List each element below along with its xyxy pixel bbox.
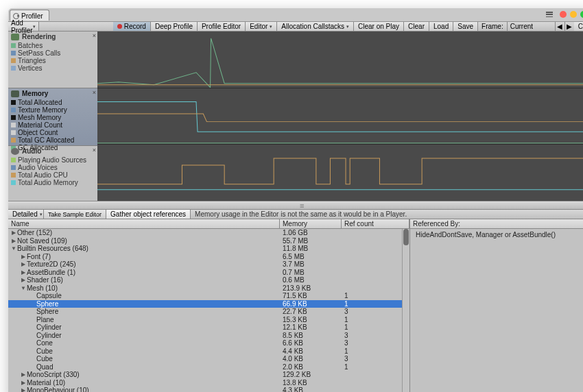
refpane-body: HideAndDontSave, Manager or AssetBundle(… <box>410 229 583 392</box>
close-icon[interactable] <box>560 11 567 18</box>
close-icon[interactable]: × <box>93 89 96 96</box>
tree-row[interactable]: Texture2D (245)3.7 MB <box>8 260 409 269</box>
tree-row[interactable]: Cylinder8.5 KB3 <box>8 332 409 340</box>
tree-scrollbar[interactable] <box>402 229 409 392</box>
legend-item[interactable]: SetPass Calls <box>11 49 95 57</box>
tree-row[interactable]: Cone6.6 KB3 <box>8 339 409 347</box>
rendering-chart[interactable] <box>97 32 583 88</box>
add-profiler-dropdown[interactable]: Add Profiler <box>8 22 39 31</box>
legend-item[interactable]: Triangles <box>11 57 95 64</box>
tree-row[interactable]: Cube4.0 KB3 <box>8 355 409 363</box>
tree-row[interactable]: Builtin Resources (648)11.8 MB <box>8 245 409 253</box>
tree-row[interactable]: Shader (16)0.6 MB <box>8 276 409 284</box>
col-refcount[interactable]: Ref count <box>342 219 409 228</box>
audio-chart[interactable] <box>97 144 583 201</box>
legend-item[interactable]: Batches <box>11 42 95 49</box>
disclosure-icon[interactable] <box>21 277 26 283</box>
tree-row[interactable]: Cube4.4 KB1 <box>8 347 409 356</box>
legend-item[interactable]: Playing Audio Sources <box>11 156 95 164</box>
legend-item[interactable]: Total Allocated <box>11 99 95 106</box>
details-area: Detailed Take Sample Editor Gather objec… <box>8 210 583 392</box>
disclosure-icon[interactable] <box>21 387 26 392</box>
minimize-icon[interactable] <box>570 11 577 18</box>
legend-swatch <box>11 138 16 143</box>
legend-label: Mesh Memory <box>18 114 61 121</box>
row-memory: 4.4 KB <box>280 347 342 355</box>
category-memory[interactable]: × Memory Total AllocatedTexture MemoryMe… <box>8 88 97 145</box>
tree-row[interactable]: MonoScript (330)129.2 KB <box>8 371 409 379</box>
legend-label: Material Count <box>18 121 62 129</box>
disclosure-icon[interactable] <box>11 238 16 244</box>
category-audio[interactable]: × Audio Playing Audio SourcesAudio Voice… <box>8 145 97 201</box>
legend-item[interactable]: Material Count <box>11 121 95 129</box>
take-sample-button[interactable]: Take Sample Editor <box>44 210 106 219</box>
save-button[interactable]: Save <box>453 22 478 31</box>
legend-item[interactable]: Audio Voices <box>11 164 95 171</box>
frame-next-button[interactable]: ▶ <box>564 22 574 31</box>
gather-references-tab[interactable]: Gather object references <box>106 210 191 219</box>
tree-row[interactable]: Sphere66.9 KB1 <box>8 300 409 308</box>
row-label: Cube <box>36 347 53 355</box>
close-icon[interactable]: × <box>93 32 96 39</box>
disclosure-icon[interactable] <box>11 245 16 252</box>
row-label: Plane <box>36 316 54 323</box>
profile-editor-button[interactable]: Profile Editor <box>198 22 246 31</box>
load-button[interactable]: Load <box>429 22 453 31</box>
tree-row[interactable]: Quad2.0 KB1 <box>8 363 409 371</box>
tree-row[interactable]: Plane15.3 KB1 <box>8 316 409 324</box>
record-button[interactable]: Record <box>113 22 151 31</box>
disclosure-icon[interactable] <box>21 254 26 260</box>
tree-row[interactable]: MonoBehaviour (10)4.3 KB <box>8 387 409 392</box>
pane-divider[interactable] <box>8 201 583 210</box>
close-icon[interactable]: × <box>93 147 96 154</box>
row-label: Sphere <box>36 308 58 315</box>
frame-current-button[interactable]: Current <box>574 22 583 31</box>
tree-body[interactable]: Other (152)1.06 GBNot Saved (109)55.7 MB… <box>8 229 409 392</box>
legend-item[interactable]: Total Audio CPU <box>11 171 95 179</box>
legend-item[interactable]: Total GC Allocated <box>11 136 95 144</box>
row-label: Sphere <box>36 300 58 308</box>
row-label: Cylinder <box>36 332 62 339</box>
chart-area: × Rendering BatchesSetPass CallsTriangle… <box>8 32 583 201</box>
legend-item[interactable]: Object Count <box>11 129 95 136</box>
col-memory[interactable]: Memory <box>280 219 342 228</box>
memory-chart[interactable] <box>97 88 583 145</box>
tree-row[interactable]: Font (7)6.5 MB <box>8 253 409 261</box>
legend-item[interactable]: Total Audio Memory <box>11 179 95 186</box>
tree-row[interactable]: Mesh (10)213.9 KB <box>8 284 409 293</box>
frame-prev-button[interactable]: ◀ <box>555 22 564 31</box>
mode-dropdown[interactable]: Detailed <box>8 210 44 219</box>
refpane-header: Referenced By: <box>410 219 583 229</box>
legend-item[interactable]: Vertices <box>11 64 95 72</box>
tree-row[interactable]: AssetBundle (1)0.7 MB <box>8 269 409 277</box>
clear-button[interactable]: Clear <box>404 22 429 31</box>
legend-label: Vertices <box>18 64 43 72</box>
detail-split: Name Memory Ref count Other (152)1.06 GB… <box>8 219 583 392</box>
window-menu-icon[interactable] <box>546 12 553 17</box>
disclosure-icon[interactable] <box>21 371 26 378</box>
tree-row[interactable]: Material (10)13.8 KB <box>8 379 409 387</box>
disclosure-icon[interactable] <box>21 261 26 267</box>
disclosure-icon[interactable] <box>21 269 26 275</box>
editor-dropdown[interactable]: Editor <box>246 22 277 31</box>
row-memory: 22.7 KB <box>280 308 342 315</box>
legend-item[interactable]: Texture Memory <box>11 106 95 114</box>
maximize-icon[interactable] <box>580 11 583 18</box>
category-rendering[interactable]: × Rendering BatchesSetPass CallsTriangle… <box>8 32 97 88</box>
disclosure-icon[interactable] <box>21 380 26 386</box>
disclosure-icon[interactable] <box>11 230 16 236</box>
tree-row[interactable]: Sphere22.7 KB3 <box>8 308 409 316</box>
tree-row[interactable]: Cylinder12.1 KB1 <box>8 323 409 332</box>
clear-on-play-button[interactable]: Clear on Play <box>354 22 404 31</box>
legend-item[interactable]: Mesh Memory <box>11 114 95 121</box>
body: × Rendering BatchesSetPass CallsTriangle… <box>8 32 583 392</box>
allocation-callstacks-dropdown[interactable]: Allocation Callstacks <box>277 22 354 31</box>
tree-row[interactable]: Other (152)1.06 GB <box>8 229 409 237</box>
col-name[interactable]: Name <box>8 219 280 228</box>
deep-profile-button[interactable]: Deep Profile <box>151 22 198 31</box>
disclosure-icon[interactable] <box>21 285 26 291</box>
tree-row[interactable]: Capsule71.5 KB1 <box>8 292 409 300</box>
profiler-window: Profiler Add Profiler Record Deep Profil… <box>8 8 583 392</box>
referenced-by-pane: Referenced By: HideAndDontSave, Manager … <box>410 219 583 392</box>
tree-row[interactable]: Not Saved (109)55.7 MB <box>8 237 409 245</box>
